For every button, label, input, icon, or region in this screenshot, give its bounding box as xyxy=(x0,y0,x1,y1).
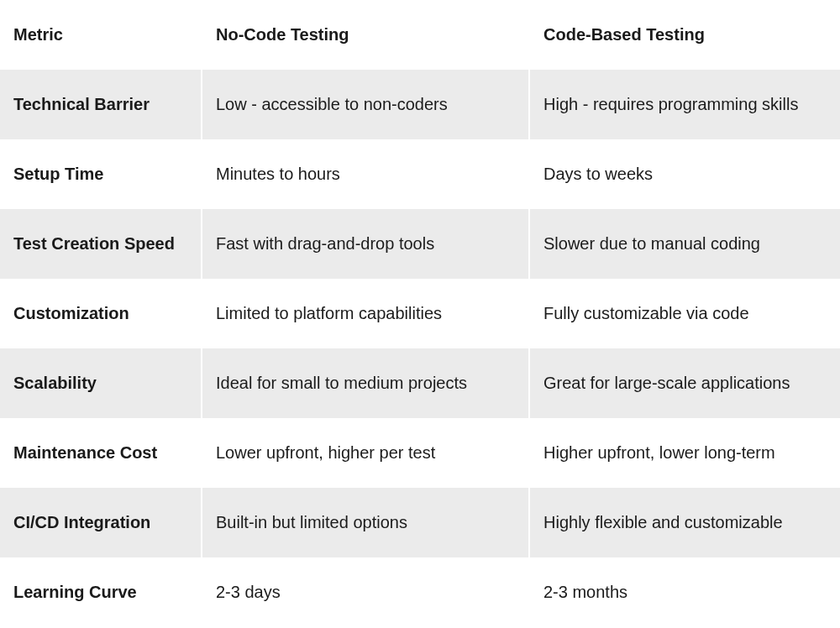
comparison-table: Metric No-Code Testing Code-Based Testin… xyxy=(0,0,840,627)
row-metric: Learning Curve xyxy=(0,557,202,627)
row-codebased: Slower due to manual coding xyxy=(529,209,840,279)
table-row: Scalability Ideal for small to medium pr… xyxy=(0,348,840,418)
row-codebased: Days to weeks xyxy=(529,139,840,209)
table-row: Test Creation Speed Fast with drag-and-d… xyxy=(0,209,840,279)
header-nocode: No-Code Testing xyxy=(202,0,529,70)
row-metric: Customization xyxy=(0,279,202,348)
row-nocode: Lower upfront, higher per test xyxy=(202,418,529,488)
table-row: CI/CD Integration Built-in but limited o… xyxy=(0,488,840,557)
row-codebased: Great for large-scale applications xyxy=(529,348,840,418)
row-codebased: Fully customizable via code xyxy=(529,279,840,348)
row-metric: CI/CD Integration xyxy=(0,488,202,557)
header-metric: Metric xyxy=(0,0,202,70)
row-nocode: 2-3 days xyxy=(202,557,529,627)
row-codebased: Higher upfront, lower long-term xyxy=(529,418,840,488)
row-metric: Setup Time xyxy=(0,139,202,209)
table-row: Setup Time Minutes to hours Days to week… xyxy=(0,139,840,209)
row-nocode: Ideal for small to medium projects xyxy=(202,348,529,418)
row-metric: Maintenance Cost xyxy=(0,418,202,488)
table-row: Technical Barrier Low - accessible to no… xyxy=(0,70,840,139)
row-codebased: Highly flexible and customizable xyxy=(529,488,840,557)
row-metric: Test Creation Speed xyxy=(0,209,202,279)
row-codebased: 2-3 months xyxy=(529,557,840,627)
row-metric: Technical Barrier xyxy=(0,70,202,139)
table-row: Learning Curve 2-3 days 2-3 months xyxy=(0,557,840,627)
row-codebased: High - requires programming skills xyxy=(529,70,840,139)
row-nocode: Limited to platform capabilities xyxy=(202,279,529,348)
row-nocode: Fast with drag-and-drop tools xyxy=(202,209,529,279)
table-row: Maintenance Cost Lower upfront, higher p… xyxy=(0,418,840,488)
table-row: Customization Limited to platform capabi… xyxy=(0,279,840,348)
table-header-row: Metric No-Code Testing Code-Based Testin… xyxy=(0,0,840,70)
row-nocode: Built-in but limited options xyxy=(202,488,529,557)
row-nocode: Minutes to hours xyxy=(202,139,529,209)
row-metric: Scalability xyxy=(0,348,202,418)
header-codebased: Code-Based Testing xyxy=(529,0,840,70)
row-nocode: Low - accessible to non-coders xyxy=(202,70,529,139)
